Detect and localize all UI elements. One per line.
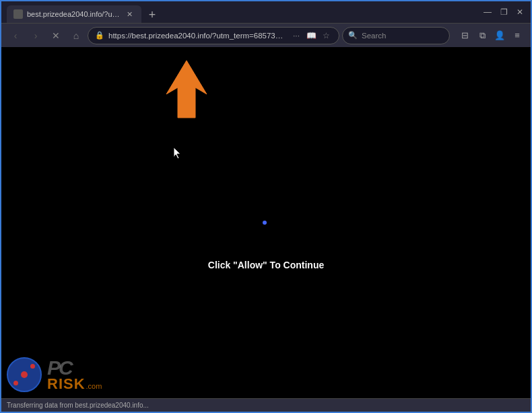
new-tab-button[interactable]: +	[144, 7, 160, 23]
tab-title: best.prizedea2040.info/?utm_t...	[27, 10, 120, 18]
search-placeholder: Search	[362, 32, 386, 40]
forward-button[interactable]: ›	[27, 27, 44, 44]
svg-marker-1	[174, 147, 180, 159]
pcrisk-logo	[7, 357, 42, 392]
pcrisk-risk-label: RISK	[47, 377, 86, 391]
dot-center	[21, 371, 28, 378]
tab-close-button[interactable]: ✕	[124, 9, 135, 20]
bookmark-star-icon[interactable]: ☆	[320, 30, 332, 42]
reader-mode-icon[interactable]: 📖	[305, 30, 317, 42]
dot-top-right	[30, 364, 35, 369]
address-bar[interactable]: 🔒 https://best.prizedea2040.info/?utm_te…	[88, 27, 339, 44]
pcrisk-watermark: PC RISK .com	[1, 351, 176, 398]
dot-bottom-left	[13, 381, 18, 385]
status-bar: Transferring data from best.prizedea2040…	[1, 398, 531, 412]
minimize-button[interactable]: —	[482, 7, 493, 17]
loading-indicator	[263, 221, 267, 225]
more-options-icon[interactable]: ···	[290, 30, 302, 42]
status-text: Transferring data from best.prizedea2040…	[7, 402, 149, 409]
right-nav-icons: ⊟ ⧉ 👤 ≡	[457, 28, 525, 44]
back-button[interactable]: ‹	[7, 27, 24, 44]
pcrisk-text: PC RISK .com	[47, 358, 102, 391]
address-bar-icons: ··· 📖 ☆	[290, 30, 332, 42]
reload-button[interactable]: ✕	[47, 27, 65, 44]
synced-tabs-icon[interactable]: ⧉	[474, 28, 490, 44]
title-bar: best.prizedea2040.info/?utm_t... ✕ + — ❐…	[1, 1, 531, 23]
pcrisk-dotcom: .com	[86, 382, 102, 390]
lock-icon: 🔒	[95, 31, 104, 40]
restore-button[interactable]: ❐	[498, 7, 509, 17]
svg-marker-0	[166, 61, 207, 118]
click-allow-text: Click "Allow" To Continue	[208, 260, 324, 270]
tab-area: best.prizedea2040.info/?utm_t... ✕ +	[7, 1, 479, 23]
bookmarks-library-icon[interactable]: ⊟	[457, 28, 473, 44]
active-tab[interactable]: best.prizedea2040.info/?utm_t... ✕	[7, 5, 141, 23]
tab-favicon	[13, 9, 23, 19]
menu-icon[interactable]: ≡	[509, 28, 525, 44]
mouse-cursor	[173, 147, 181, 159]
url-text: https://best.prizedea2040.info/?utm_term…	[108, 32, 286, 40]
close-window-button[interactable]: ✕	[514, 7, 525, 17]
window-controls: — ❐ ✕	[482, 7, 525, 17]
pcrisk-dots	[12, 363, 36, 387]
profile-icon[interactable]: 👤	[492, 28, 508, 44]
orange-arrow	[156, 57, 217, 124]
search-box[interactable]: 🔍 Search	[342, 27, 450, 44]
browser-content: Click "Allow" To Continue PC RISK .com	[1, 47, 531, 398]
navigation-bar: ‹ › ✕ ⌂ 🔒 https://best.prizedea2040.info…	[1, 23, 531, 47]
browser-window: best.prizedea2040.info/?utm_t... ✕ + — ❐…	[0, 0, 532, 413]
home-button[interactable]: ⌂	[67, 27, 85, 44]
search-icon: 🔍	[348, 31, 358, 40]
